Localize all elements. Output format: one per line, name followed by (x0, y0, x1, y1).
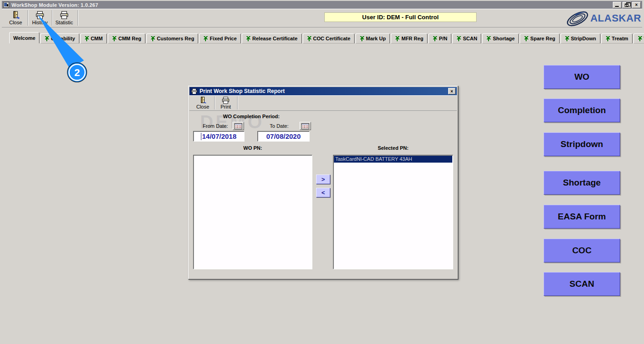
wo-pn-label: WO PN: (244, 145, 262, 151)
alaskar-logo: ALASKAR (565, 9, 641, 27)
from-date-label: From Date: (203, 123, 228, 129)
printer-icon (191, 88, 198, 94)
from-date-input[interactable]: 14/07/2018 (193, 131, 244, 142)
tab-green-icon (44, 36, 49, 41)
wo-pn-listbox[interactable] (193, 155, 312, 269)
tab-treatm[interactable]: Treatm (601, 33, 633, 44)
tab-scan[interactable]: SCAN (452, 33, 481, 44)
tab-green-icon (150, 36, 155, 41)
printer-icon (222, 97, 230, 104)
window-title: WorkShop Module Version: 1.0.267 (11, 2, 98, 8)
period-label: WO Completion Period: (223, 114, 279, 119)
completion-button[interactable]: Completion (544, 98, 620, 122)
coc-button[interactable]: COC (544, 239, 620, 262)
tab-green-icon (456, 36, 461, 41)
calendar-icon (301, 123, 309, 129)
text-caret (201, 133, 201, 140)
easa-form-button[interactable]: EASA Form (544, 205, 620, 229)
dialog-titlebar[interactable]: Print Work Shop Statistic Report × (189, 87, 457, 95)
toolbar-separator (214, 96, 215, 109)
toolbar-separator (28, 10, 28, 26)
tab-stripdown[interactable]: StripDown (561, 33, 600, 44)
main-toolbar: Close History Statistic User ID: DEM - F… (2, 9, 642, 27)
tab-cmm-reg[interactable]: CMM Reg (108, 33, 145, 44)
tab-green-icon (433, 36, 437, 41)
tab-welcome[interactable]: Welcome (9, 32, 39, 44)
tab-shortage[interactable]: Shortage (482, 33, 519, 44)
window-titlebar: WorkShop Module Version: 1.0.267 × (2, 1, 642, 9)
stripdown-button[interactable]: Stripdown (544, 132, 620, 156)
restore-icon[interactable] (622, 2, 631, 8)
tab-green-icon (638, 36, 642, 41)
tab-green-icon (307, 36, 311, 41)
tab-green-icon (84, 36, 89, 41)
tab-coc-certificate[interactable]: COC Certificate (303, 33, 355, 44)
calendar-icon (234, 123, 242, 129)
tab-mfr-reg[interactable]: MFR Reg (391, 33, 427, 44)
minimize-icon[interactable] (613, 2, 622, 8)
dialog-toolbar: Close Print (189, 95, 457, 111)
tab-green-icon (112, 36, 117, 41)
exit-door-icon (11, 11, 20, 19)
tab-green-icon (395, 36, 400, 41)
user-id-banner: User ID: DEM - Full Control (324, 12, 477, 22)
list-item[interactable]: TaskCardNI-CAD BATTERY 43AH (334, 156, 452, 163)
toolbar-separator (78, 10, 78, 26)
annotation-step-number: 2 (74, 67, 80, 78)
tab-customers-reg[interactable]: Customers Reg (146, 33, 198, 44)
tab-green-icon (486, 36, 491, 41)
toolbar-separator (237, 96, 238, 109)
to-date-input[interactable]: 07/08/2020 (257, 131, 310, 142)
tab-green-icon (565, 36, 569, 41)
move-right-button[interactable]: > (316, 175, 330, 184)
close-button[interactable]: Close (5, 10, 27, 26)
tab-fixed-price[interactable]: Fixed Price (199, 33, 241, 44)
tab-green-icon (605, 36, 610, 41)
dialog-close-icon[interactable]: × (448, 88, 455, 94)
selected-pn-listbox[interactable]: TaskCardNI-CAD BATTERY 43AH (333, 155, 453, 269)
dialog-title: Print Work Shop Statistic Report (200, 88, 285, 94)
wo-button[interactable]: WO (544, 65, 620, 89)
tab-pn[interactable]: P/N (428, 33, 451, 44)
tab-cmm[interactable]: CMM (80, 33, 107, 44)
shortage-button[interactable]: Shortage (544, 171, 620, 195)
workshop-module-window: WorkShop Module Version: 1.0.267 × Close (0, 0, 644, 344)
to-date-label: To Date: (270, 123, 289, 129)
dialog-close-button[interactable]: Close (193, 96, 212, 110)
tab-green-icon (203, 36, 208, 41)
selected-pn-label: Selected PN: (378, 145, 408, 151)
toolbar-separator (52, 10, 53, 26)
tab-green-icon (246, 36, 250, 41)
tab-wo[interactable]: WO (633, 33, 644, 44)
to-date-calendar-button[interactable] (300, 122, 311, 130)
alaskar-swoosh-icon (565, 9, 590, 27)
printer-icon (35, 11, 44, 19)
tab-mark-up[interactable]: Mark Up (355, 33, 390, 44)
printer-icon (60, 11, 69, 19)
print-statistic-dialog: Print Work Shop Statistic Report × Close (188, 86, 458, 279)
app-icon (3, 2, 9, 8)
tab-spare-reg[interactable]: Spare Reg (520, 33, 559, 44)
history-button[interactable]: History (29, 10, 51, 26)
exit-door-icon (199, 97, 207, 104)
tab-green-icon (360, 36, 364, 41)
tab-capability[interactable]: Capability (40, 33, 79, 44)
tab-green-icon (524, 36, 528, 41)
annotation-circle (67, 63, 87, 82)
statistic-button[interactable]: Statistic (53, 10, 75, 26)
tab-release-certificate[interactable]: Release Certificate (242, 33, 301, 44)
move-left-button[interactable]: < (316, 188, 330, 197)
module-tabstrip: Welcome Capability CMM CMM Reg Customers… (9, 32, 641, 44)
dialog-print-button[interactable]: Print (216, 96, 235, 110)
close-icon[interactable]: × (632, 2, 641, 8)
scan-button[interactable]: SCAN (544, 272, 620, 296)
logo-text: ALASKAR (590, 12, 641, 24)
from-date-calendar-button[interactable] (233, 122, 244, 130)
